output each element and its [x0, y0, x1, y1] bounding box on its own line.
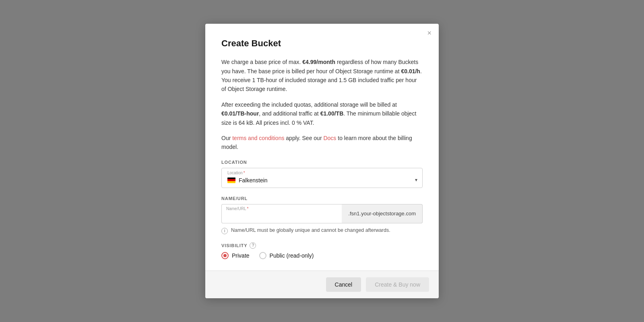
name-url-section: NAME/URL Name/URL* .fsn1.your-objectstor…	[221, 196, 423, 234]
name-url-input-wrapper: Name/URL*	[221, 204, 342, 223]
name-url-info-row: i Name/URL must be globally unique and c…	[221, 227, 423, 234]
visibility-section: VISIBILITY ? Private Public (read-only)	[221, 242, 423, 259]
create-bucket-modal: × Create Bucket We charge a base price o…	[205, 24, 439, 298]
help-icon[interactable]: ?	[250, 242, 256, 249]
location-label: LOCATION	[221, 160, 423, 165]
chevron-down-icon: ▾	[415, 177, 417, 183]
modal-title: Create Bucket	[221, 38, 423, 49]
docs-mid: apply. See our	[284, 135, 323, 141]
price-base: €4.99/month	[302, 59, 335, 65]
radio-group: Private Public (read-only)	[221, 252, 423, 259]
location-section: LOCATION Location* Falkenstein ▾	[221, 160, 423, 188]
price-traffic: €1.00/TB	[320, 110, 344, 117]
create-buy-button[interactable]: Create & Buy now	[366, 277, 429, 292]
terms-link[interactable]: terms and conditions	[232, 135, 284, 141]
terms-prefix: Our	[221, 135, 232, 141]
radio-private[interactable]: Private	[221, 252, 250, 259]
docs-link[interactable]: Docs	[323, 135, 336, 141]
location-required: *	[244, 171, 245, 175]
radio-private-circle	[221, 252, 229, 259]
cancel-button[interactable]: Cancel	[326, 277, 361, 292]
germany-flag-icon	[227, 178, 235, 183]
close-button[interactable]: ×	[427, 29, 431, 37]
pricing-paragraph-3: Our terms and conditions apply. See our …	[221, 134, 423, 152]
visibility-row: VISIBILITY ?	[221, 242, 423, 249]
visibility-label: VISIBILITY	[221, 243, 247, 248]
name-url-suffix: .fsn1.your-objectstorage.com	[342, 204, 423, 223]
pricing-paragraph-1: We charge a base price of max. €4.99/mon…	[221, 58, 423, 94]
location-select[interactable]: Location* Falkenstein ▾	[221, 168, 423, 188]
price-hour: €0.01/h	[401, 68, 420, 74]
info-icon: i	[221, 228, 228, 234]
radio-public[interactable]: Public (read-only)	[259, 252, 314, 259]
price-tb-hour: €0.01/TB-hour	[221, 110, 259, 117]
radio-private-label: Private	[232, 252, 250, 259]
name-url-row: Name/URL* .fsn1.your-objectstorage.com	[221, 204, 423, 223]
location-select-wrapper[interactable]: Location* Falkenstein ▾	[221, 168, 423, 188]
location-value: Falkenstein	[239, 177, 268, 184]
modal-description: We charge a base price of max. €4.99/mon…	[221, 58, 423, 152]
name-url-label: NAME/URL	[221, 196, 423, 201]
modal-footer: Cancel Create & Buy now	[205, 270, 439, 298]
radio-public-label: Public (read-only)	[270, 252, 314, 259]
modal-overlay: × Create Bucket We charge a base price o…	[0, 0, 644, 322]
name-url-info-text: Name/URL must be globally unique and can…	[231, 227, 390, 233]
radio-public-circle	[259, 252, 266, 259]
location-field-label: Location*	[227, 171, 245, 175]
name-url-input[interactable]	[221, 204, 342, 223]
pricing-paragraph-2: After exceeding the included quotas, add…	[221, 100, 423, 127]
